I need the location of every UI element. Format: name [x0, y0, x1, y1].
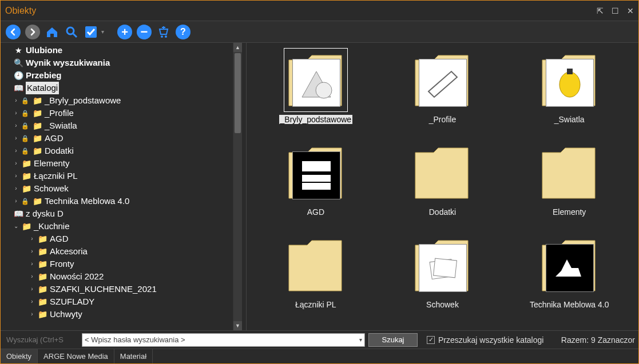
search-combo[interactable]: < Wpisz hasła wyszukiwania > ▾ — [82, 333, 365, 347]
folder-icon: 📁 — [32, 119, 42, 132]
bottom-tabs: Obiekty ARGE Nowe Media Materiał — [1, 349, 638, 363]
tree-item[interactable]: ›🔒📁_Profile — [1, 107, 233, 119]
tree-item[interactable]: ›🔒📁_Swiatla — [1, 119, 233, 132]
forward-button[interactable] — [25, 24, 41, 40]
tree-item[interactable]: ›📁SZAFKI_KUCHENNE_2021 — [1, 283, 233, 295]
home-button[interactable] — [44, 24, 60, 40]
caret-icon: › — [29, 270, 35, 283]
toolbar: ▾ + − ? — [1, 21, 638, 43]
tree-item-label: Nowości 2022 — [50, 270, 104, 283]
star-icon: ★ — [13, 44, 23, 57]
folder-item[interactable]: Schowek — [391, 234, 495, 309]
tree-item[interactable]: ›📁Akcesoria — [1, 245, 233, 258]
tab-arge[interactable]: ARGE Nowe Media — [38, 349, 114, 363]
folder-icon: 📁 — [37, 308, 47, 321]
cart-button[interactable] — [156, 24, 172, 40]
tree-item[interactable]: ›📁SZUFLADY — [1, 295, 233, 308]
tab-material[interactable]: Materiał — [114, 349, 153, 363]
folder-item[interactable]: Dodatki — [391, 141, 495, 217]
scroll-thumb[interactable] — [235, 53, 241, 133]
checkbox-label: Przeszukaj wszystkie katalogi — [438, 335, 543, 345]
svg-point-8 — [316, 82, 332, 98]
folder-icon — [538, 141, 601, 204]
tree-item-label: SZAFKI_KUCHENNE_2021 — [50, 283, 157, 295]
folder-icon: 📁 — [21, 170, 31, 182]
scroll-down-icon[interactable]: ▼ — [233, 321, 242, 330]
folder-thumbnail — [411, 234, 474, 297]
tree-panel: ★Ulubione🔍Wynik wyszukiwania🕘Przebieg📖Ka… — [1, 43, 247, 330]
folder-label: Technika Meblowa 4.0 — [530, 300, 609, 309]
tree-item[interactable]: ›🔒📁Dodatki — [1, 145, 233, 157]
window-controls: ⇱ ☐ ✕ — [597, 6, 634, 15]
caret-icon: › — [29, 308, 35, 321]
tree-item[interactable]: ›📁Fronty — [1, 258, 233, 270]
tree-item[interactable]: ›📁Elementy — [1, 157, 233, 170]
tree-item[interactable]: ›🔒📁_Bryly_podstawowe — [1, 94, 233, 107]
help-button[interactable]: ? — [175, 24, 191, 40]
folder-item[interactable]: Elementy — [517, 141, 621, 217]
lock-icon: 🔒 — [21, 119, 29, 132]
folder-icon: 📁 — [32, 195, 42, 207]
caret-icon: › — [29, 283, 35, 295]
tree-item[interactable]: ›📁Uchwyty — [1, 308, 233, 321]
lock-icon: 🔒 — [21, 195, 29, 207]
chevron-down-icon[interactable]: ▾ — [359, 337, 362, 343]
folder-item[interactable]: _Profile — [391, 49, 495, 124]
tree-item-catalogs[interactable]: 📖Katalogi — [1, 82, 233, 94]
tree-item[interactable]: 🕘Przebieg — [1, 69, 233, 82]
scroll-up-icon[interactable]: ▲ — [233, 43, 242, 52]
tree-item-label: Łączniki PL — [34, 170, 78, 182]
folder-thumbnail — [411, 141, 474, 204]
folder-icon: 📁 — [32, 145, 42, 157]
tree-item[interactable]: ›🔒📁Technika Meblowa 4.0 — [1, 195, 233, 207]
lock-icon: 🔒 — [21, 94, 29, 107]
folder-icon: 📁 — [21, 157, 31, 170]
checkbox-icon: ✓ — [427, 336, 435, 344]
status-text: Razem: 9 Zaznaczor — [561, 335, 635, 345]
folder-label: _Profile — [429, 115, 456, 124]
folder-icon: 📁 — [37, 295, 47, 308]
check-button[interactable] — [83, 24, 99, 40]
folder-thumbnail — [284, 49, 347, 111]
tree-item-label: Fronty — [50, 258, 74, 270]
svg-rect-15 — [434, 258, 457, 278]
tree-item[interactable]: 📖z dysku D — [1, 207, 233, 220]
add-button[interactable]: + — [117, 24, 133, 40]
caret-icon: › — [13, 145, 19, 157]
tree-item[interactable]: ›📁Nowości 2022 — [1, 270, 233, 283]
search-submit-button[interactable]: Szukaj — [368, 333, 418, 347]
tree-item-label: Katalogi — [26, 82, 59, 94]
dropdown-caret-icon[interactable]: ▾ — [101, 29, 104, 35]
tree-item[interactable]: ⌄📁_Kuchnie — [1, 220, 233, 233]
tree-item-label: _Bryly_podstawowe — [45, 94, 121, 107]
tree-item[interactable]: ›📁Schowek — [1, 182, 233, 195]
folder-item[interactable]: Technika Meblowa 4.0 — [517, 234, 621, 309]
search-all-checkbox[interactable]: ✓ Przeszukaj wszystkie katalogi — [427, 335, 543, 345]
caret-icon: › — [13, 107, 19, 119]
folder-icon: 📁 — [32, 107, 42, 119]
folder-thumbnail — [538, 234, 601, 297]
close-icon[interactable]: ✕ — [627, 6, 634, 15]
tree-item[interactable]: 🔍Wynik wyszukiwania — [1, 57, 233, 69]
pin-icon[interactable]: ⇱ — [597, 6, 604, 15]
folder-icon: 📁 — [37, 283, 47, 295]
tree-item-label: AGD — [45, 132, 63, 145]
folder-item[interactable]: _Swiatla — [517, 49, 621, 124]
caret-icon: › — [29, 258, 35, 270]
svg-line-1 — [73, 34, 77, 37]
tree-item[interactable]: ›🔒📁AGD — [1, 132, 233, 145]
scrollbar[interactable]: ▲ ▼ — [233, 43, 242, 330]
tree-item[interactable]: ›📁AGD — [1, 233, 233, 245]
search-button[interactable] — [63, 24, 80, 40]
tab-obiekty[interactable]: Obiekty — [1, 349, 38, 363]
tree-item-label: z dysku D — [26, 207, 63, 220]
folder-item[interactable]: AGD — [264, 141, 368, 217]
tree-item[interactable]: ★Ulubione — [1, 44, 233, 57]
maximize-icon[interactable]: ☐ — [612, 6, 619, 15]
back-button[interactable] — [5, 24, 21, 40]
tree-item[interactable]: ›📁Łączniki PL — [1, 170, 233, 182]
remove-button[interactable]: − — [136, 24, 152, 40]
folder-item[interactable]: _Bryly_podstawowe — [264, 49, 368, 124]
folder-item[interactable]: Łączniki PL — [264, 234, 368, 309]
lock-icon: 🔒 — [21, 145, 29, 157]
